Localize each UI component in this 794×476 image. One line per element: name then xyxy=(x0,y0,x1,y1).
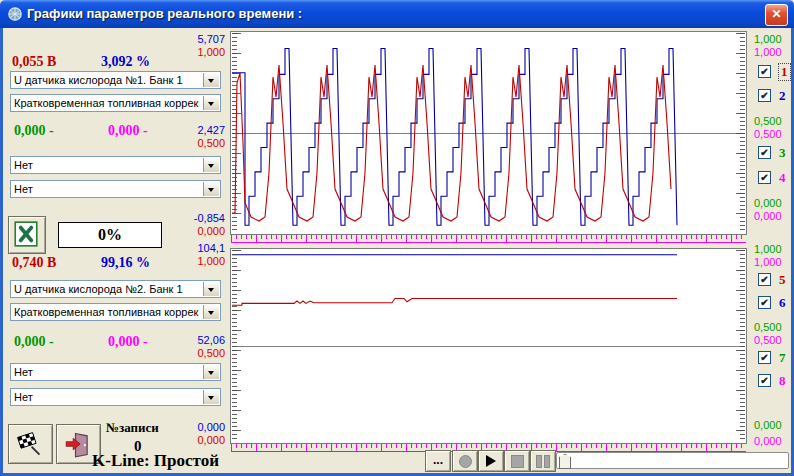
channel-2-checkbox[interactable]: ✔2 xyxy=(758,89,794,103)
chart-top-x-ticks xyxy=(231,235,746,243)
min2-green-readout: 0,000 - xyxy=(14,334,54,350)
channel-6-checkbox[interactable]: ✔6 xyxy=(758,296,794,310)
param6-select[interactable]: Кратковременная топливная коррек xyxy=(10,303,221,321)
records-label: №записи xyxy=(106,420,159,436)
window-border-left xyxy=(0,28,3,476)
app-icon xyxy=(7,6,23,22)
chart-bottom-traces xyxy=(232,250,745,444)
c2-axis-mid-blue: 52,06 xyxy=(170,334,225,346)
param4-select[interactable]: Нет xyxy=(10,180,221,198)
close-icon: ✕ xyxy=(771,7,781,21)
play-icon xyxy=(486,455,496,467)
exit-door-icon xyxy=(65,430,93,458)
chevron-down-icon xyxy=(208,311,214,315)
y-axis-ticks-major xyxy=(736,250,745,442)
c1-right-max-green: 1,000 xyxy=(754,33,782,45)
param1-select[interactable]: U датчика кислорода №1. Банк 1 xyxy=(10,71,221,89)
sensor1-voltage-readout: 0,055 В xyxy=(12,54,56,70)
pause-button[interactable] xyxy=(530,450,556,472)
excel-export-button[interactable] xyxy=(8,216,46,254)
param7-select[interactable]: Нет xyxy=(10,363,221,381)
c1-axis-mid-blue: 2,427 xyxy=(170,124,225,136)
chevron-down-icon xyxy=(208,396,214,400)
channel-5-checkbox[interactable]: ✔5 xyxy=(758,273,794,287)
param2-select[interactable]: Кратковременная топливная коррек xyxy=(10,94,221,112)
app-window: Графики параметров реального времени : ✕… xyxy=(0,0,794,476)
play-button[interactable] xyxy=(478,450,504,472)
channel-4-checkbox[interactable]: ✔4 xyxy=(758,171,794,185)
channel-8-checkbox[interactable]: ✔8 xyxy=(758,374,794,388)
chevron-down-icon xyxy=(208,164,214,168)
trace-fuel-trim-1 xyxy=(232,49,677,226)
param5-select[interactable]: U датчика кислорода №2. Банк 1 xyxy=(10,280,221,298)
pause-icon xyxy=(536,455,550,468)
export-progress: 0% xyxy=(58,222,162,248)
c2-axis-min-blue: 0,000 xyxy=(170,421,225,433)
c1-axis-min-blue: -0,854 xyxy=(170,212,225,224)
c2-right-mid-magenta: 0,500 xyxy=(754,334,782,346)
c1-axis-max-blue: 5,707 xyxy=(170,33,225,45)
excel-icon xyxy=(12,220,40,248)
channel-1-checkbox[interactable]: ✔1 xyxy=(758,65,794,79)
chart-bottom-plot xyxy=(230,248,747,444)
c1-axis-min-red: 0,000 xyxy=(170,225,225,237)
record-button[interactable] xyxy=(452,450,478,472)
c2-axis-min-red: 0,000 xyxy=(170,434,225,446)
c2-right-min-green: 0,000 xyxy=(754,419,782,431)
channel-7-checkbox[interactable]: ✔7 xyxy=(758,351,794,365)
c1-right-max-magenta: 1,000 xyxy=(754,46,782,58)
c2-axis-max-blue: 104,1 xyxy=(170,242,225,254)
chart-top-traces xyxy=(232,33,745,233)
checkered-flag-icon xyxy=(17,431,44,458)
c2-right-mid-green: 0,500 xyxy=(754,321,782,333)
trace-oxygen-2 xyxy=(232,299,677,306)
c2-axis-mid-red: 0,500 xyxy=(170,347,225,359)
close-button[interactable]: ✕ xyxy=(765,4,788,26)
c2-right-max-green: 1,000 xyxy=(754,243,782,255)
y-axis-ticks-major xyxy=(232,33,241,233)
channel-3-checkbox[interactable]: ✔3 xyxy=(758,146,794,160)
chevron-down-icon xyxy=(208,79,214,83)
c1-axis-max-red: 1,000 xyxy=(170,46,225,58)
c2-right-max-magenta: 1,000 xyxy=(754,256,782,268)
min2-magenta-readout: 0,000 - xyxy=(108,334,148,350)
finish-flag-button[interactable] xyxy=(8,424,53,464)
param3-select[interactable]: Нет xyxy=(10,156,221,174)
sensor2-voltage-readout: 0,740 В xyxy=(12,255,56,271)
record-icon xyxy=(459,455,472,468)
c1-right-mid-green: 0,500 xyxy=(754,115,782,127)
c1-right-min-magenta: 0,000 xyxy=(754,210,782,222)
min1-magenta-readout: 0,000 - xyxy=(108,123,148,139)
chevron-down-icon xyxy=(208,288,214,292)
playback-slider-thumb[interactable] xyxy=(559,454,571,469)
c1-right-mid-magenta: 0,500 xyxy=(754,128,782,140)
chart-top-plot xyxy=(230,31,747,235)
playback-slider[interactable] xyxy=(556,452,789,469)
browse-button[interactable]: ... xyxy=(425,450,451,472)
y-axis-ticks-major xyxy=(232,250,241,442)
trim1-percent-readout: 3,092 % xyxy=(101,54,150,70)
kline-status: K-Line: Простой xyxy=(92,451,219,471)
stop-button[interactable] xyxy=(504,450,530,472)
c2-right-min-magenta: 0,000 xyxy=(754,435,782,447)
min1-green-readout: 0,000 - xyxy=(14,123,54,139)
param8-select[interactable]: Нет xyxy=(10,388,221,406)
trim2-percent-readout: 99,16 % xyxy=(101,255,150,271)
chevron-down-icon xyxy=(208,102,214,106)
trace-oxygen-1 xyxy=(232,65,671,221)
c1-right-min-green: 0,000 xyxy=(754,197,782,209)
window-title: Графики параметров реального времени : xyxy=(27,6,302,21)
chevron-down-icon xyxy=(208,371,214,375)
c2-axis-max-red: 1,000 xyxy=(170,255,225,267)
c1-axis-mid-red: 0,500 xyxy=(170,137,225,149)
chevron-down-icon xyxy=(208,188,214,192)
y-axis-ticks-major xyxy=(736,33,745,233)
title-bar[interactable]: Графики параметров реального времени : ✕ xyxy=(0,0,794,28)
stop-icon xyxy=(511,455,524,468)
